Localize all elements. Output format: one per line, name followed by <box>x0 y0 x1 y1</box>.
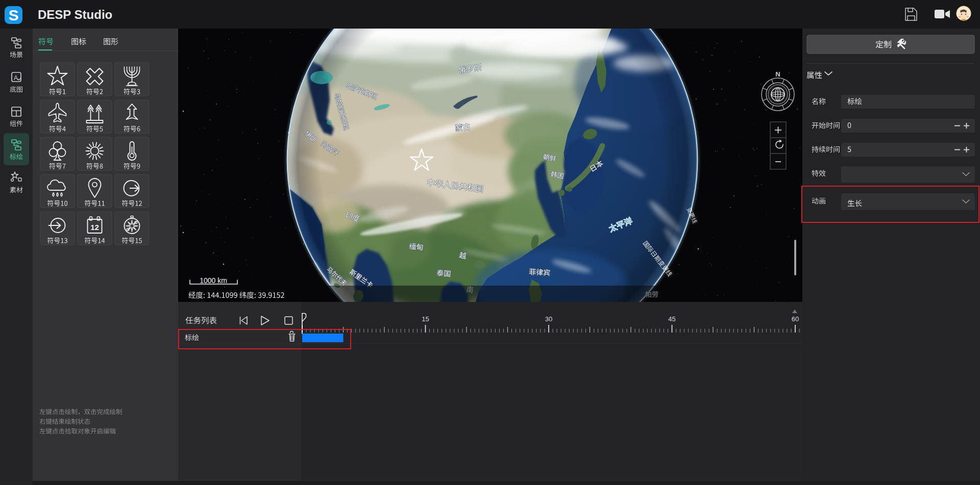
svg-text:1000 km: 1000 km <box>200 276 227 285</box>
svg-text:S: S <box>8 7 18 23</box>
svg-text:45: 45 <box>668 315 675 323</box>
svg-text:30: 30 <box>545 315 552 323</box>
svg-text:A: A <box>14 74 18 82</box>
svg-text:DESP Studio: DESP Studio <box>38 8 112 21</box>
svg-text:12: 12 <box>90 223 99 232</box>
svg-text:15: 15 <box>422 315 429 323</box>
svg-text:N: N <box>775 70 780 78</box>
svg-text:60: 60 <box>792 315 799 323</box>
